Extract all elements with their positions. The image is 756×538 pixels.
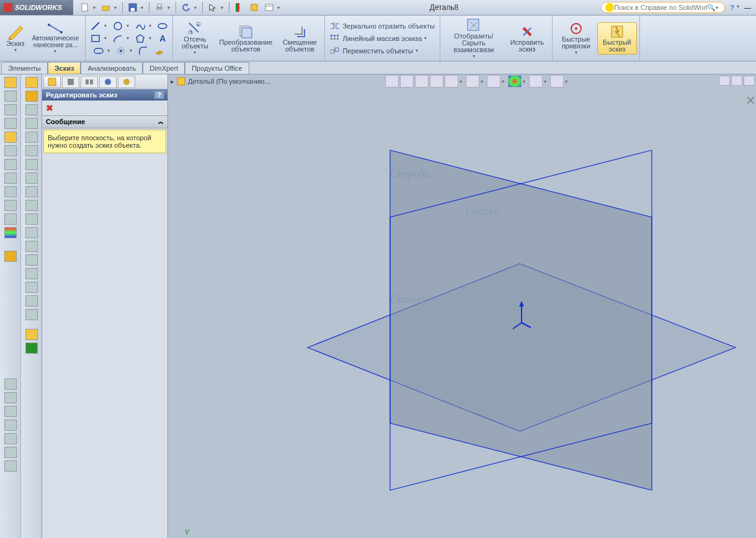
plane2-icon[interactable] bbox=[25, 213, 38, 225]
linear-pattern-button[interactable]: Линейный массив эскиза▾ bbox=[327, 32, 432, 45]
quick-sketch-button[interactable]: Быстрый эскиз bbox=[597, 22, 637, 55]
svg-rect-23 bbox=[242, 28, 252, 38]
chamfer-icon[interactable] bbox=[4, 213, 17, 225]
print-button[interactable] bbox=[153, 1, 166, 14]
menu-dash[interactable]: — bbox=[744, 4, 751, 11]
3d-sketch-icon[interactable] bbox=[4, 77, 17, 88]
measure-icon[interactable] bbox=[25, 91, 38, 102]
point2-icon[interactable] bbox=[25, 173, 38, 184]
convert2-icon[interactable] bbox=[25, 282, 38, 293]
text-tool[interactable]: A bbox=[155, 32, 170, 45]
close-sketch-icon[interactable]: ✕ bbox=[745, 93, 756, 108]
app-logo[interactable]: SOLIDWORKS ▸ bbox=[0, 0, 73, 15]
property-help[interactable]: ? bbox=[154, 91, 164, 99]
offset-button[interactable]: Смещение объектов bbox=[277, 23, 322, 54]
revolve-icon[interactable] bbox=[4, 118, 17, 129]
centerline-icon[interactable] bbox=[25, 186, 38, 197]
line-tool[interactable] bbox=[88, 20, 103, 32]
sketch-entity-icon[interactable] bbox=[4, 91, 17, 102]
convert-button[interactable]: Преобразование объектов bbox=[214, 23, 277, 54]
feature-tree-tab[interactable] bbox=[43, 76, 61, 88]
cancel-icon[interactable]: ✖ bbox=[46, 103, 53, 113]
plane-tool[interactable] bbox=[152, 45, 167, 57]
undo-button[interactable] bbox=[179, 1, 193, 14]
tb-icon-5[interactable] bbox=[4, 433, 17, 444]
dimension-icon[interactable] bbox=[25, 77, 38, 88]
loft-icon[interactable] bbox=[4, 173, 17, 184]
offset2-icon[interactable] bbox=[25, 268, 38, 279]
message-header[interactable]: Сообщение ︽ bbox=[42, 115, 167, 128]
tab-elements[interactable]: Элементы bbox=[1, 62, 48, 74]
collapse-icon[interactable]: ︽ bbox=[158, 118, 164, 126]
appearance-icon[interactable] bbox=[4, 227, 17, 238]
config-mgr-tab[interactable] bbox=[81, 76, 98, 88]
sketch-check-icon[interactable] bbox=[25, 329, 38, 340]
extend-icon[interactable] bbox=[25, 254, 38, 266]
rebuild-button[interactable] bbox=[233, 1, 246, 14]
polygon-tool[interactable] bbox=[133, 32, 148, 45]
select-arrow-icon[interactable] bbox=[4, 251, 17, 262]
save-button[interactable] bbox=[126, 1, 140, 14]
options-button[interactable] bbox=[247, 1, 261, 14]
mirror-button[interactable]: !Зеркально отразить объекты bbox=[327, 20, 437, 32]
rect2-icon[interactable] bbox=[25, 118, 38, 129]
quick-snaps-button[interactable]: Быстрые привязки▾ bbox=[555, 20, 597, 56]
rect-tool[interactable] bbox=[88, 32, 103, 45]
circle-tool[interactable] bbox=[110, 20, 125, 32]
tab-analyze[interactable]: Анализировать bbox=[81, 62, 143, 74]
fillet-tool[interactable] bbox=[136, 45, 151, 57]
property-mgr-tab[interactable] bbox=[62, 76, 79, 88]
sketch-button[interactable]: Эскиз ▾ bbox=[2, 22, 28, 54]
construct-icon[interactable] bbox=[25, 200, 38, 211]
arc2-icon[interactable] bbox=[25, 145, 38, 156]
show-hide-relations-button[interactable]: Отобразить/Скрыть взаимосвязи▾ bbox=[443, 17, 505, 60]
fillet-feature-icon[interactable] bbox=[4, 200, 17, 211]
help-search[interactable]: 🔍 ▾ bbox=[601, 2, 725, 13]
point-tool[interactable] bbox=[113, 45, 128, 57]
select-button[interactable] bbox=[206, 1, 220, 14]
pattern2-icon[interactable] bbox=[25, 309, 38, 320]
sketch-spline-icon[interactable] bbox=[25, 343, 38, 354]
relation-icon[interactable] bbox=[25, 295, 38, 307]
boundary-icon[interactable] bbox=[4, 186, 17, 197]
viewport-3-icon[interactable] bbox=[744, 76, 755, 86]
search-icon[interactable]: 🔍 bbox=[707, 4, 716, 12]
logo-cube-icon bbox=[4, 3, 12, 12]
tb-icon-1[interactable] bbox=[4, 379, 17, 390]
cut-revolve-icon[interactable] bbox=[4, 159, 17, 170]
tb-icon-6[interactable] bbox=[4, 447, 17, 458]
spline-tool[interactable] bbox=[133, 20, 148, 32]
repair-sketch-button[interactable]: Исправить эскиз bbox=[505, 23, 549, 54]
open-button[interactable] bbox=[99, 1, 113, 14]
move-button[interactable]: Переместить объекты▾ bbox=[327, 45, 422, 57]
arc-tool[interactable] bbox=[110, 32, 125, 45]
plane-label-right: Справа bbox=[390, 293, 425, 306]
new-button[interactable] bbox=[78, 1, 92, 14]
line2-icon[interactable] bbox=[25, 104, 38, 115]
tb-icon-4[interactable] bbox=[4, 419, 17, 431]
display-mgr-tab[interactable] bbox=[118, 76, 135, 88]
trim-button[interactable]: Отсечь объекты▾ bbox=[176, 20, 214, 56]
svg-rect-7 bbox=[251, 4, 257, 11]
dimxpert-mgr-tab[interactable] bbox=[99, 76, 117, 88]
spline2-icon[interactable] bbox=[25, 159, 38, 170]
slot-tool[interactable] bbox=[91, 45, 106, 57]
tb-icon-3[interactable] bbox=[4, 406, 17, 417]
tb-icon-2[interactable] bbox=[4, 392, 17, 403]
auto-dimension-button[interactable]: Автоматическое нанесение ра... ▾ bbox=[28, 21, 82, 55]
tab-dimxpert[interactable]: DimXpert bbox=[143, 62, 185, 74]
tab-office[interactable]: Продукты Office bbox=[185, 62, 249, 74]
circle2-icon[interactable] bbox=[25, 132, 38, 143]
properties-button[interactable] bbox=[262, 1, 276, 14]
help-button[interactable]: ? bbox=[730, 4, 734, 11]
viewport[interactable]: ▸ Деталь8 (По умолчанию... ▾ ▾ ▾ ▾ ▾ ▾ ✕ bbox=[168, 74, 756, 538]
cut-extrude-icon[interactable] bbox=[4, 145, 17, 156]
mirror2-icon[interactable] bbox=[25, 227, 38, 238]
search-input[interactable] bbox=[614, 4, 707, 11]
extrude-icon[interactable] bbox=[4, 104, 17, 115]
trim2-icon[interactable] bbox=[25, 241, 38, 252]
tb-icon-7[interactable] bbox=[4, 460, 17, 472]
sweep-icon[interactable] bbox=[4, 132, 17, 143]
ellipse-tool[interactable] bbox=[155, 20, 170, 32]
tab-sketch[interactable]: Эскиз bbox=[48, 62, 81, 74]
